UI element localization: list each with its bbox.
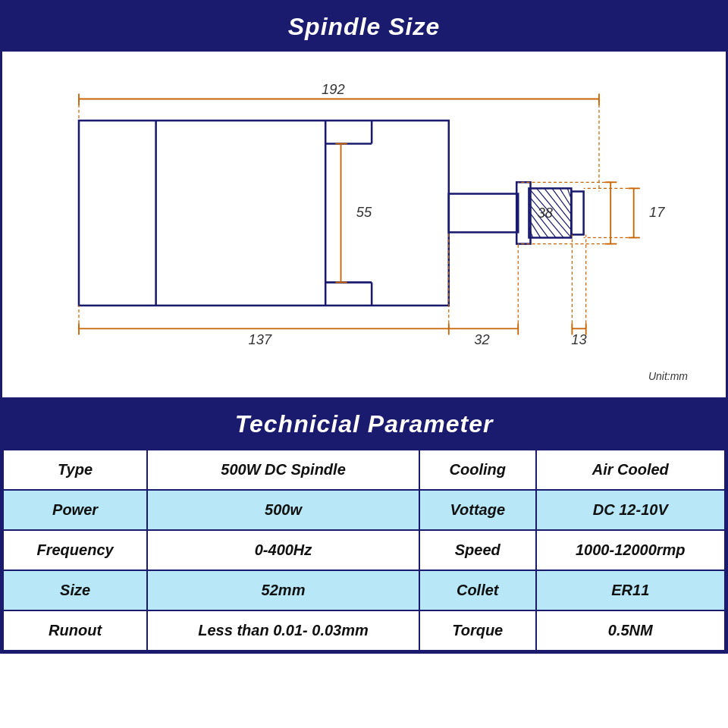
param-value: Less than 0.01- 0.03mm [147, 610, 419, 651]
diagram-section: 192 55 137 32 13 [2, 52, 726, 400]
param-value: 0-400Hz [147, 530, 419, 570]
svg-text:17: 17 [649, 204, 665, 220]
svg-text:137: 137 [249, 331, 272, 347]
param-label: Torque [419, 610, 536, 651]
main-container: Spindle Size [0, 0, 728, 654]
param-label: Power [3, 490, 147, 530]
svg-rect-0 [79, 121, 449, 306]
parameter-table: Type500W DC SpindleCoolingAir CooledPowe… [2, 449, 726, 651]
table-row: Size52mmColletER11 [3, 570, 725, 610]
param-label: Size [3, 570, 147, 610]
svg-rect-7 [449, 194, 518, 233]
parameter-title: Technicial Parameter [2, 400, 726, 449]
param-label: Runout [3, 610, 147, 651]
unit-label: Unit:mm [33, 370, 695, 382]
param-label: Collet [419, 570, 536, 610]
svg-text:192: 192 [322, 81, 345, 97]
svg-line-14 [560, 188, 571, 206]
param-value: 0.5NM [536, 610, 725, 651]
table-row: Power500wVottageDC 12-10V [3, 490, 725, 530]
param-label: Cooling [419, 450, 536, 490]
table-row: RunoutLess than 0.01- 0.03mmTorque0.5NM [3, 610, 725, 651]
table-row: Frequency0-400HzSpeed1000-12000rmp [3, 530, 725, 570]
param-value: 500w [147, 490, 419, 530]
svg-text:38: 38 [538, 205, 554, 221]
param-label: Speed [419, 530, 536, 570]
param-value: 500W DC Spindle [147, 450, 419, 490]
parameter-section: Type500W DC SpindleCoolingAir CooledPowe… [2, 449, 726, 651]
param-label: Vottage [419, 490, 536, 530]
svg-text:55: 55 [356, 204, 372, 220]
svg-text:13: 13 [571, 331, 586, 347]
param-label: Type [3, 450, 147, 490]
table-row: Type500W DC SpindleCoolingAir Cooled [3, 450, 725, 490]
param-value: 52mm [147, 570, 419, 610]
param-value: ER11 [536, 570, 725, 610]
svg-text:32: 32 [474, 331, 489, 347]
param-label: Frequency [3, 530, 147, 570]
param-value: Air Cooled [536, 450, 725, 490]
param-value: DC 12-10V [536, 490, 725, 530]
svg-rect-21 [571, 191, 583, 234]
spindle-diagram: 192 55 137 32 13 [33, 74, 695, 367]
param-value: 1000-12000rmp [536, 530, 725, 570]
spindle-title: Spindle Size [2, 2, 726, 52]
